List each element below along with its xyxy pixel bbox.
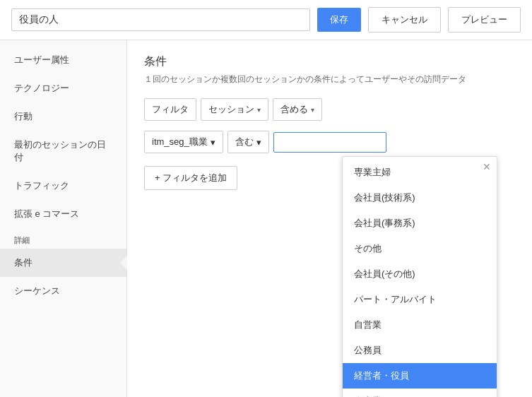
dropdown-item-office-admin[interactable]: 会社員(事務系) [343, 211, 497, 236]
save-button[interactable]: 保存 [317, 8, 361, 32]
condition-operator-label: 含む [235, 136, 254, 148]
sidebar-section-detail: 詳細 [0, 228, 126, 249]
dropdown-item-executive[interactable]: 経営者・役員 [343, 363, 497, 389]
filter-row: フィルタ セッション ▾ 含める ▾ [144, 98, 515, 121]
content-title: 条件 [144, 54, 515, 69]
content-area: 条件 １回のセッションか複数回のセッションかの条件によってユーザーやその訪問デー… [127, 40, 532, 397]
dropdown-item-housewife[interactable]: 専業主婦 [343, 160, 497, 185]
condition-value-input[interactable] [273, 132, 386, 153]
include-dropdown[interactable]: 含める ▾ [273, 98, 322, 121]
sidebar-item-traffic[interactable]: トラフィック [0, 172, 126, 200]
dropdown-item-office-tech[interactable]: 会社員(技術系) [343, 185, 497, 211]
condition-field-arrow-icon: ▾ [211, 137, 215, 148]
dropdown-item-office-other[interactable]: 会社員(その他) [343, 261, 497, 287]
sidebar-item-sequence[interactable]: シーケンス [0, 277, 126, 305]
dropdown-item-part-time[interactable]: パート・アルバイト [343, 287, 497, 312]
session-arrow-icon: ▾ [257, 106, 261, 114]
condition-row: itm_seg_職業 ▾ 含む ▾ ✕ 専業主婦 会社員(技術系) 会社員(事務… [144, 131, 515, 153]
filter-label: フィルタ [152, 103, 189, 116]
top-bar: 保存 キャンセル プレビュー [0, 0, 532, 40]
filter-dropdown[interactable]: フィルタ [144, 98, 196, 121]
session-dropdown[interactable]: セッション ▾ [201, 98, 268, 121]
condition-field-label: itm_seg_職業 [152, 136, 208, 148]
session-label: セッション [208, 103, 254, 116]
sidebar-item-condition[interactable]: 条件 [0, 249, 126, 277]
condition-operator-select[interactable]: 含む ▾ [227, 131, 269, 153]
preview-button[interactable]: プレビュー [448, 7, 521, 32]
sidebar-item-first-session-date[interactable]: 最初のセッションの日付 [0, 131, 126, 172]
dropdown-menu: ✕ 専業主婦 会社員(技術系) 会社員(事務系) その他 会社員(その他) パー… [342, 156, 497, 397]
sidebar-item-ecommerce[interactable]: 拡張 e コマース [0, 200, 126, 228]
main-layout: ユーザー属性 テクノロジー 行動 最初のセッションの日付 トラフィック 拡張 e… [0, 40, 532, 397]
condition-operator-arrow-icon: ▾ [256, 137, 261, 148]
dropdown-close-icon[interactable]: ✕ [480, 160, 494, 174]
content-description: １回のセッションか複数回のセッションかの条件によってユーザーやその訪問データ [144, 73, 515, 85]
dropdown-item-other[interactable]: その他 [343, 236, 497, 261]
add-filter-button[interactable]: + フィルタを追加 [144, 166, 237, 190]
sidebar-item-technology[interactable]: テクノロジー [0, 74, 126, 102]
dropdown-item-public-servant[interactable]: 公務員 [343, 338, 497, 363]
dropdown-item-self-employed[interactable]: 自営業 [343, 312, 497, 338]
include-label: 含める [280, 103, 308, 116]
sidebar-item-user-attributes[interactable]: ユーザー属性 [0, 46, 126, 74]
condition-field-select[interactable]: itm_seg_職業 ▾ [144, 131, 223, 153]
cancel-button[interactable]: キャンセル [368, 7, 441, 32]
include-arrow-icon: ▾ [311, 106, 314, 114]
sidebar: ユーザー属性 テクノロジー 行動 最初のセッションの日付 トラフィック 拡張 e… [0, 40, 127, 397]
add-filter-label: + フィルタを追加 [155, 172, 227, 184]
segment-name-input[interactable] [11, 8, 310, 31]
sidebar-item-behavior[interactable]: 行動 [0, 102, 126, 131]
dropdown-item-freelance[interactable]: 自由業 [343, 389, 497, 397]
